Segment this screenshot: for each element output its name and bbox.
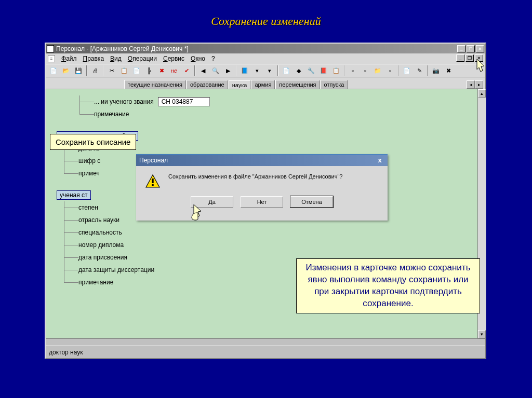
group3-header[interactable]: ученая ст (57, 190, 91, 200)
tb-sep (194, 65, 195, 76)
tb-camera-icon[interactable]: 📷 (430, 65, 442, 76)
tb-ex6-icon[interactable]: ✎ (414, 65, 425, 76)
group3-item: номер диплома (78, 241, 124, 249)
tb-ex1-icon[interactable]: ▫ (347, 65, 358, 76)
field1-label: ... ии ученого звания (94, 98, 154, 105)
callout-explain: Изменения в карточке можно сохранить явн… (296, 258, 480, 313)
tb-sep (277, 65, 278, 76)
tb-first-icon[interactable]: ◀ (197, 65, 209, 76)
tab-education[interactable]: образование (187, 80, 228, 89)
note1-label: примечание (94, 111, 129, 118)
group2-item: примеч (78, 170, 100, 177)
maximize-button[interactable]: □ (467, 45, 475, 52)
group2-item: шифр с (78, 157, 100, 164)
tab-science[interactable]: наука (229, 80, 251, 89)
minimize-button[interactable]: _ (457, 45, 466, 52)
slide-title: Сохранение изменений (0, 15, 532, 28)
cursor-icon (190, 203, 204, 221)
tb-ex4-icon[interactable]: ▫ (384, 65, 396, 76)
menubar: ≡ Файл Правка Вид Операции Сервис Окно ?… (46, 53, 485, 64)
tb-grp1-icon[interactable]: 📘 (239, 65, 250, 76)
tb-sep (398, 65, 399, 76)
tb-open-icon[interactable]: 📂 (60, 65, 72, 76)
group3-item: отрасль науки (78, 216, 119, 224)
tb-ex3-icon[interactable]: 📁 (372, 65, 383, 76)
menu-operations[interactable]: Операции (125, 54, 160, 63)
window-title: Персонал - [Аржанников Сергей Денисович … (56, 45, 456, 52)
dialog-title: Персонал (139, 157, 375, 164)
dialog-cancel-button[interactable]: Отмена (290, 196, 333, 208)
dialog-titlebar: Персонал x (136, 155, 388, 166)
dialog-no-button[interactable]: Нет (241, 196, 283, 208)
cursor-icon (473, 58, 487, 76)
app-icon: ≡ (47, 45, 54, 52)
tb-sep (86, 65, 87, 76)
scroll-up-button[interactable]: ▴ (478, 89, 486, 98)
confirm-dialog: Персонал x Сохранить изменения в файле "… (136, 154, 388, 221)
warning-icon (144, 173, 161, 190)
tb-copy-icon[interactable]: 📋 (118, 65, 130, 76)
titlebar: ≡ Персонал - [Аржанников Сергей Денисови… (46, 44, 485, 53)
tb-sep (236, 65, 237, 76)
tb-x-icon[interactable]: ✖ (443, 65, 454, 76)
tb-check-icon[interactable]: ✔ (181, 65, 192, 76)
tb-sep (103, 65, 104, 76)
tb-ex5-icon[interactable]: 📄 (401, 65, 413, 76)
mdi-minimize-button[interactable]: _ (456, 54, 464, 62)
tb-print-icon[interactable]: 🖨 (89, 65, 101, 76)
menu-edit[interactable]: Правка (80, 54, 108, 63)
tab-moves[interactable]: перемещения (275, 80, 320, 89)
tab-vacation[interactable]: отпуска (321, 80, 348, 89)
group3-item: дата присвоения (78, 254, 127, 261)
group3-item: специальность (78, 229, 122, 236)
callout-save-desc: Сохранить описание (50, 134, 136, 150)
statusbar: доктор наук (46, 346, 485, 358)
menu-service[interactable]: Сервис (160, 54, 188, 63)
tb-doc1-icon[interactable]: 📄 (281, 65, 292, 76)
field1-input[interactable]: СН 034887 (158, 97, 210, 106)
tb-doc3-icon[interactable]: 🔧 (305, 65, 317, 76)
group3-item: дата защиты диссертации (78, 266, 154, 273)
menu-view[interactable]: Вид (107, 54, 125, 63)
tb-sep (427, 65, 428, 76)
svg-rect-1 (152, 179, 153, 183)
tb-doc4-icon[interactable]: 📕 (318, 65, 329, 76)
tb-flag-icon[interactable]: не (168, 65, 180, 76)
group3-item: степен (78, 204, 98, 211)
tb-new-icon[interactable]: 📄 (48, 65, 59, 76)
status-text: доктор наук (49, 349, 83, 356)
menu-file[interactable]: Файл (58, 54, 80, 63)
tabstrip: текущие назначения образование наука арм… (46, 77, 485, 89)
tb-ex2-icon[interactable]: ▫ (360, 65, 371, 76)
close-button[interactable]: × (476, 45, 484, 52)
tb-find-icon[interactable]: 🔍 (210, 65, 221, 76)
dialog-message: Сохранить изменения в файле "Аржанников … (168, 173, 342, 190)
tb-doc2-icon[interactable]: ◆ (293, 65, 304, 76)
tb-sep (344, 65, 345, 76)
scroll-down-button[interactable]: ▾ (478, 330, 486, 338)
tb-last-icon[interactable]: ▶ (222, 65, 234, 76)
tb-save-icon[interactable]: 💾 (73, 65, 84, 76)
tab-prev-button[interactable]: ◂ (467, 80, 475, 89)
tb-del-icon[interactable]: ✖ (156, 65, 167, 76)
group3-item: примечание (78, 279, 113, 286)
toolbar: 📄 📂 💾 🖨 ✂ 📋 📄 ╠ ✖ не ✔ ◀ 🔍 ▶ 📘 ▾ ▾ 📄 ◆ 🔧… (46, 64, 485, 77)
tab-assignments[interactable]: текущие назначения (124, 80, 186, 89)
tb-grp3-icon[interactable]: ▾ (264, 65, 275, 76)
mdi-icon: ≡ (48, 55, 55, 62)
tb-doc5-icon[interactable]: 📋 (330, 65, 342, 76)
svg-rect-2 (152, 184, 153, 186)
tab-army[interactable]: армия (251, 80, 275, 89)
tb-cut-icon[interactable]: ✂ (106, 65, 117, 76)
tb-paste-icon[interactable]: 📄 (131, 65, 142, 76)
dialog-close-button[interactable]: x (375, 156, 384, 164)
menu-help[interactable]: ? (208, 54, 218, 63)
tb-grp2-icon[interactable]: ▾ (251, 65, 263, 76)
tb-node-icon[interactable]: ╠ (143, 65, 155, 76)
tab-next-button[interactable]: ▸ (475, 80, 483, 89)
menu-window[interactable]: Окно (188, 54, 208, 63)
